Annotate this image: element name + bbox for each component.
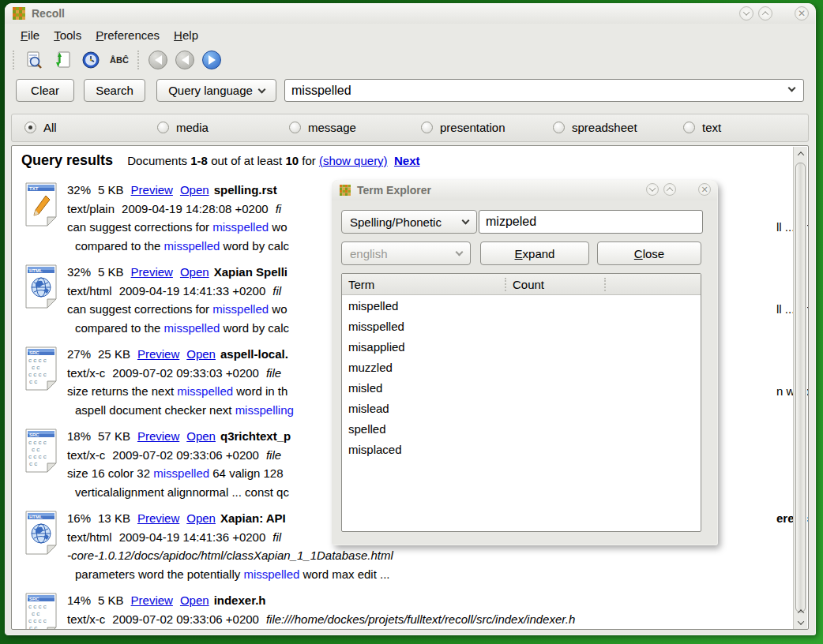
sort-by-date-icon[interactable] [52, 50, 73, 70]
history-clock-icon[interactable] [81, 50, 101, 70]
radio-dot [683, 122, 695, 133]
close-button[interactable]: ✕ [795, 6, 809, 21]
results-header: Query results Documents 1-8 out of at le… [21, 152, 419, 169]
open-link[interactable]: Open [180, 265, 209, 279]
radio-dot [289, 122, 301, 133]
scroll-up-button-bottom[interactable] [794, 606, 808, 617]
chevron-up-icon [798, 152, 804, 158]
term-row[interactable]: spelled [342, 418, 701, 439]
first-page-button[interactable] [148, 51, 167, 69]
result-url: file [266, 448, 281, 462]
term-table: Term Count mispelled misspelled misappli… [341, 273, 701, 532]
dialog-maximize-button[interactable] [663, 183, 676, 196]
search-entry-combobox [284, 79, 804, 102]
file-icon-txt[interactable]: TXT [24, 182, 58, 227]
scroll-up-button[interactable] [794, 148, 808, 159]
results-scrollbar[interactable] [793, 147, 807, 630]
dialog-close-button[interactable]: ✕ [698, 183, 711, 196]
svg-text:SRC: SRC [29, 432, 39, 437]
open-link[interactable]: Open [186, 511, 216, 525]
scrollbar-thumb[interactable] [795, 163, 806, 612]
term-input[interactable] [479, 210, 703, 234]
svg-text:c c c c: c c c c [28, 453, 47, 460]
language-combo[interactable]: english [341, 242, 471, 265]
window-titlebar[interactable]: Recoll ✕ [5, 3, 815, 24]
file-icon-html[interactable]: HTML [24, 511, 58, 555]
radio-message[interactable]: message [289, 121, 356, 134]
radio-text[interactable]: text [683, 121, 721, 134]
term-row[interactable]: mispelled [342, 295, 701, 316]
svg-text:c c: c c [29, 624, 37, 630]
chevron-down-icon [462, 217, 470, 225]
radio-all[interactable]: All [24, 121, 57, 134]
file-icon-src[interactable]: SRC c c c c c c c c c c c c [24, 429, 58, 473]
menu-preferences[interactable]: Preferences [96, 28, 160, 42]
open-link[interactable]: Open [180, 593, 209, 607]
previous-page-button[interactable] [175, 51, 194, 69]
column-count[interactable]: Count [505, 278, 606, 291]
menu-file[interactable]: File [21, 28, 39, 42]
svg-text:c c: c c [29, 378, 37, 385]
next-page-button[interactable] [202, 51, 221, 69]
next-page-link[interactable]: Next [394, 154, 420, 167]
query-detail-icon[interactable] [24, 50, 44, 70]
term-row[interactable]: misspelled [342, 316, 701, 336]
clear-button[interactable]: Clear [16, 79, 74, 102]
file-icon-src[interactable]: SRC c c c c c c c c c c c c [24, 346, 58, 391]
result-filename: Xapian: API [220, 511, 286, 525]
preview-link[interactable]: Preview [137, 347, 179, 361]
scroll-down-button[interactable] [794, 617, 808, 628]
maximize-button[interactable] [758, 6, 772, 21]
result-filename: indexer.h [214, 593, 266, 607]
term-explorer-icon[interactable]: ÅBĈ [109, 50, 130, 70]
result-url: file [266, 366, 281, 380]
result-filename: spelling.rst [214, 183, 277, 197]
result-url: fil [272, 284, 281, 298]
term-row[interactable]: misled [342, 377, 701, 398]
menu-tools[interactable]: Tools [54, 28, 81, 42]
expand-button[interactable]: Expand [480, 242, 589, 265]
term-row[interactable]: misapplied [342, 336, 701, 357]
dialog-minimize-button[interactable] [646, 183, 659, 196]
dialog-title: Term Explorer [357, 184, 431, 197]
radio-dot [553, 122, 565, 133]
svg-text:c c c c: c c c c [28, 439, 47, 446]
file-icon-src[interactable]: SRC c c c c c c c c c c c c [24, 593, 58, 630]
show-query-link[interactable]: (show query) [319, 154, 388, 167]
preview-link[interactable]: Preview [131, 593, 173, 607]
radio-media[interactable]: media [157, 121, 209, 134]
open-link[interactable]: Open [186, 347, 216, 361]
category-filter-bar: All media message presentation spreadshe… [11, 114, 809, 142]
menu-help[interactable]: Help [174, 28, 198, 42]
file-icon-html[interactable]: HTML [24, 264, 58, 309]
expansion-mode-combo[interactable]: Spelling/Phonetic [341, 210, 477, 234]
dialog-titlebar[interactable]: Term Explorer ✕ [332, 180, 717, 200]
close-dialog-button[interactable]: Close [597, 242, 701, 265]
preview-link[interactable]: Preview [131, 265, 173, 279]
toolbar-separator [137, 51, 141, 69]
result-item: SRC c c c c c c c c c c c c 14%5 KBPrevi… [12, 591, 794, 630]
search-input[interactable] [284, 79, 804, 102]
open-link[interactable]: Open [180, 183, 209, 197]
preview-link[interactable]: Preview [137, 429, 179, 443]
preview-link[interactable]: Preview [137, 511, 179, 525]
preview-link[interactable]: Preview [131, 183, 173, 197]
radio-spreadsheet[interactable]: spreadsheet [553, 121, 637, 134]
chevron-down-icon [743, 9, 750, 15]
svg-text:c c c c: c c c c [28, 617, 47, 624]
radio-dot [157, 122, 169, 133]
svg-text:c c: c c [29, 460, 37, 467]
search-button[interactable]: Search [84, 79, 145, 102]
svg-text:SRC: SRC [29, 597, 39, 601]
radio-presentation[interactable]: presentation [421, 121, 505, 134]
term-row[interactable]: mislead [342, 398, 701, 418]
toolbar-handle[interactable] [13, 51, 16, 69]
term-row[interactable]: muzzled [342, 357, 701, 377]
query-language-combo[interactable]: Query language [156, 79, 276, 102]
minimize-button[interactable] [739, 6, 753, 21]
term-row[interactable]: misplaced [342, 439, 701, 459]
open-link[interactable]: Open [186, 429, 216, 443]
chevron-up-icon [762, 11, 769, 17]
column-term[interactable]: Term [342, 278, 505, 291]
toolbar: ÅBĈ [5, 46, 815, 74]
